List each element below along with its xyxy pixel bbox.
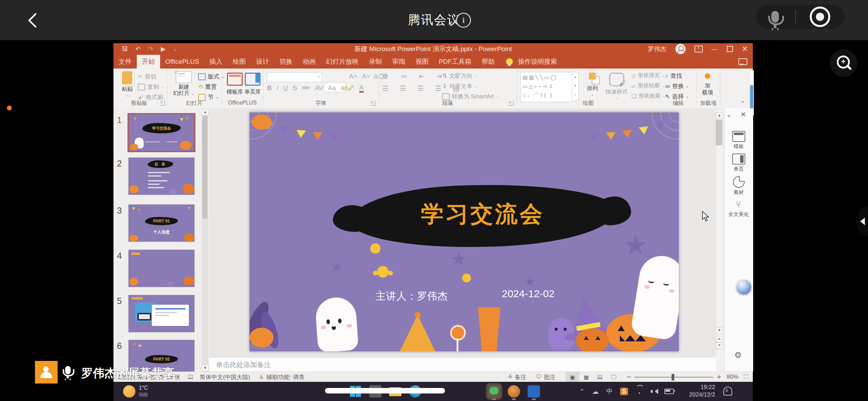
tab-review[interactable]: 审阅 — [387, 55, 410, 69]
account-avatar[interactable] — [675, 44, 686, 54]
wifi-icon[interactable] — [636, 389, 643, 394]
panel-collapse-icon[interactable]: ⌄ — [726, 110, 732, 119]
next-slide-icon[interactable]: ⏷ — [716, 342, 723, 349]
close-button[interactable]: ✕ — [742, 45, 748, 53]
paste-button[interactable]: 粘贴 ⌄ — [118, 71, 136, 97]
ribbon-display-icon[interactable]: ↥ — [695, 46, 703, 52]
italic-button[interactable]: I — [277, 84, 278, 93]
font-name-combo[interactable] — [267, 72, 322, 82]
accessibility-status[interactable]: 辅助功能: 调查 — [266, 373, 304, 381]
slide-scroll-up-icon[interactable]: ▲ — [716, 112, 723, 119]
fit-to-window-icon[interactable]: ⛶ — [744, 374, 748, 380]
underline-button[interactable]: U — [283, 84, 288, 93]
reading-view-button[interactable]: 🕮 — [593, 372, 607, 382]
cut-button[interactable]: ✂剪切 — [138, 73, 156, 81]
slide-scroll-down-icon[interactable]: ▼ — [716, 327, 723, 334]
tell-me-search[interactable]: 操作说明搜索 — [513, 55, 562, 69]
ime-icon[interactable]: 中 — [606, 387, 613, 396]
zoom-slider-thumb[interactable] — [672, 374, 674, 380]
tab-insert[interactable]: 插入 — [204, 55, 228, 69]
slide-canvas[interactable]: ★ ★ ★ ★ 学习交流会 主讲人：罗伟杰 2024-12-02 — [250, 112, 679, 351]
restore-button[interactable] — [727, 46, 733, 52]
battery-icon[interactable] — [664, 389, 674, 394]
panel-item-page[interactable]: 单页 — [724, 154, 753, 172]
panel-item-beautify[interactable]: ⑂ 全文美化 — [724, 199, 753, 218]
tab-design[interactable]: 设计 — [251, 55, 274, 69]
floating-orange-dot[interactable] — [7, 106, 12, 110]
smartart-button[interactable]: 转换为 SmartArt⌄ — [442, 93, 499, 100]
align-text-button[interactable]: ⇕对齐文本⌄ — [442, 82, 478, 90]
tab-pdftools[interactable]: PDF工具箱 — [434, 55, 477, 69]
sogou-icon[interactable]: S — [620, 388, 628, 395]
zoom-magnifier-button[interactable]: + — [830, 49, 857, 77]
normal-view-button[interactable]: ▣ — [566, 372, 579, 382]
language-status[interactable]: 简体中文(中国大陆) — [200, 373, 250, 381]
thumbnail-scrollbar[interactable] — [202, 109, 208, 371]
tray-expand-icon[interactable]: ⌃ — [579, 388, 584, 396]
arrange-button[interactable]: 排列 ⌄ — [583, 73, 602, 97]
tab-home[interactable]: 开始 — [137, 55, 160, 69]
shrink-font-icon[interactable]: A˅ — [362, 73, 370, 80]
volume-icon[interactable] — [651, 389, 657, 394]
slide-thumbnail-5[interactable] — [129, 295, 194, 332]
reset-button[interactable]: ⟲重置 — [198, 83, 217, 91]
shape-effects-button[interactable]: ❏形状效果⌄ — [631, 93, 666, 100]
app-blue-button[interactable] — [528, 385, 540, 398]
sidebar-expand-tab[interactable] — [858, 206, 868, 236]
shadow-button[interactable]: S — [293, 84, 297, 93]
slide-date[interactable]: 2024-12-02 — [502, 288, 554, 300]
thumb-scroll-down-icon[interactable]: ▼ — [202, 365, 209, 372]
comments-toggle[interactable]: 🗩批注 — [536, 373, 555, 381]
slide-presenter[interactable]: 主讲人：罗伟杰 — [376, 289, 448, 303]
tab-view[interactable]: 视图 — [410, 55, 434, 69]
microphone-icon[interactable] — [771, 11, 779, 23]
quick-styles-button[interactable]: 🖌 快速样式 ⌄ — [604, 73, 629, 100]
clipboard-launcher-icon[interactable]: ⇲ — [160, 100, 165, 106]
panel-item-template[interactable]: 模板 — [724, 131, 753, 150]
tab-transitions[interactable]: 切换 — [274, 55, 298, 69]
grow-font-icon[interactable]: A˄ — [349, 73, 357, 80]
panel-close-icon[interactable]: ✕ — [740, 110, 746, 119]
char-spacing-button[interactable]: AV — [315, 84, 323, 93]
thumb-scroll-up-icon[interactable]: ▲ — [202, 109, 209, 116]
zoom-slider[interactable] — [635, 377, 713, 378]
change-case-button[interactable]: Aa — [328, 84, 336, 93]
slideshow-view-button[interactable]: 🖵 — [607, 372, 620, 382]
zoom-out-icon[interactable]: − — [627, 373, 631, 381]
info-icon[interactable]: i — [456, 13, 471, 28]
copy-button[interactable]: 复制⌄ — [138, 83, 164, 91]
wechat-button[interactable] — [488, 385, 500, 398]
slide-sorter-button[interactable]: ▦ — [579, 372, 593, 382]
find-button[interactable]: ⌕查找 — [665, 72, 682, 80]
slide-title[interactable]: 学习交流会 — [351, 199, 615, 230]
tab-file[interactable]: 文件 — [113, 55, 137, 69]
previous-slide-icon[interactable]: ⏶ — [716, 336, 723, 342]
tab-help[interactable]: 帮助 — [477, 55, 500, 69]
panel-item-assets[interactable]: 素材 — [724, 176, 753, 196]
select-button[interactable]: ⇖选择⌄ — [665, 93, 689, 100]
layout-button[interactable]: 版式⌄ — [198, 73, 225, 81]
panel-settings-gear-icon[interactable]: ⚙ — [734, 350, 742, 360]
text-direction-button[interactable]: ⇅文字方向⌄ — [442, 72, 478, 80]
zoom-level[interactable]: 80% — [727, 374, 738, 380]
new-slide-button[interactable]: ✳ 新建幻灯片 ⌄ — [170, 71, 197, 97]
onedrive-icon[interactable]: ☁ — [592, 388, 599, 396]
paragraph-launcher-icon[interactable]: ⇲ — [508, 100, 514, 106]
tab-draw[interactable]: 绘图 — [228, 55, 251, 69]
thumbnail-scrollbar-thumb[interactable] — [202, 116, 207, 219]
highlight-button[interactable]: ab🖉 — [341, 84, 354, 93]
app-orange-button[interactable] — [508, 385, 520, 398]
tab-animations[interactable]: 动画 — [298, 55, 321, 69]
notification-bell-icon[interactable]: z — [723, 387, 732, 396]
slide-thumbnail-3[interactable]: PART 01 个人信息 — [129, 205, 194, 242]
replace-button[interactable]: ab替换⌄ — [665, 82, 689, 90]
strikethrough-button[interactable]: abc — [302, 84, 310, 93]
slide-scrollbar-track[interactable] — [716, 119, 723, 328]
minimize-button[interactable]: — — [712, 46, 718, 53]
weather-widget[interactable]: 1°C晴朗 — [123, 385, 148, 398]
slide-scrollbar-thumb[interactable] — [716, 120, 722, 145]
notes-toggle[interactable]: ≜备注 — [508, 373, 526, 381]
notes-pane[interactable]: 单击此处添加备注 — [209, 357, 716, 372]
taskbar-clock[interactable]: 19:22 2024/12/2 — [689, 384, 715, 399]
tab-slideshow[interactable]: 幻灯片放映 — [321, 55, 364, 69]
